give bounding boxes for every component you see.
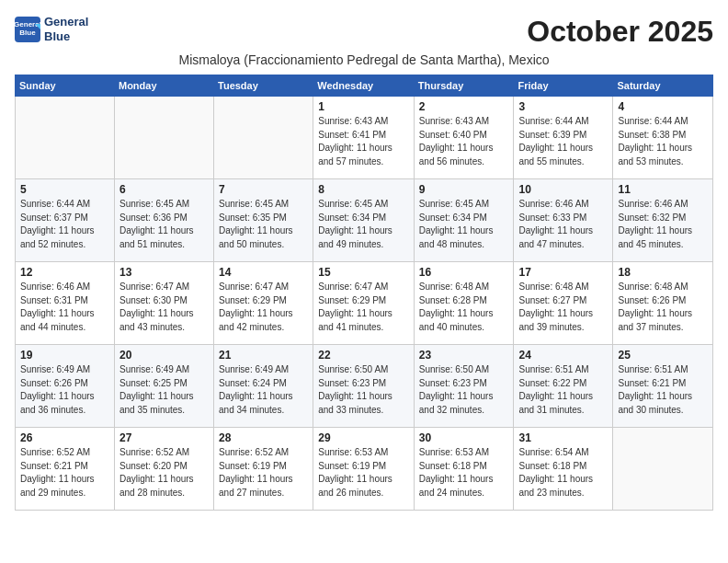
calendar-cell: 10Sunrise: 6:46 AM Sunset: 6:33 PM Dayli… xyxy=(514,179,613,262)
calendar-cell: 25Sunrise: 6:51 AM Sunset: 6:21 PM Dayli… xyxy=(613,345,713,428)
day-number: 23 xyxy=(419,349,509,362)
day-info: Sunrise: 6:51 AM Sunset: 6:21 PM Dayligh… xyxy=(618,363,708,417)
svg-text:Blue: Blue xyxy=(19,29,36,37)
calendar-cell: 16Sunrise: 6:48 AM Sunset: 6:28 PM Dayli… xyxy=(414,262,514,345)
calendar-cell: 5Sunrise: 6:44 AM Sunset: 6:37 PM Daylig… xyxy=(16,179,115,262)
weekday-header-tuesday: Tuesday xyxy=(214,75,313,97)
day-number: 27 xyxy=(119,431,209,444)
day-info: Sunrise: 6:46 AM Sunset: 6:33 PM Dayligh… xyxy=(518,198,608,251)
day-number: 29 xyxy=(318,431,409,444)
day-info: Sunrise: 6:44 AM Sunset: 6:38 PM Dayligh… xyxy=(618,115,708,168)
day-number: 3 xyxy=(518,100,608,113)
day-number: 24 xyxy=(518,349,608,362)
day-info: Sunrise: 6:47 AM Sunset: 6:29 PM Dayligh… xyxy=(219,281,308,334)
calendar-cell: 19Sunrise: 6:49 AM Sunset: 6:26 PM Dayli… xyxy=(16,345,115,428)
day-info: Sunrise: 6:50 AM Sunset: 6:23 PM Dayligh… xyxy=(419,363,509,417)
day-number: 25 xyxy=(618,349,708,362)
day-number: 20 xyxy=(119,349,209,362)
calendar-cell: 2Sunrise: 6:43 AM Sunset: 6:40 PM Daylig… xyxy=(414,97,514,179)
weekday-header-sunday: Sunday xyxy=(16,75,115,97)
calendar-cell: 31Sunrise: 6:54 AM Sunset: 6:18 PM Dayli… xyxy=(514,428,613,511)
day-info: Sunrise: 6:44 AM Sunset: 6:37 PM Dayligh… xyxy=(20,198,109,251)
day-info: Sunrise: 6:43 AM Sunset: 6:41 PM Dayligh… xyxy=(318,115,409,168)
day-info: Sunrise: 6:48 AM Sunset: 6:28 PM Dayligh… xyxy=(419,281,509,334)
day-info: Sunrise: 6:54 AM Sunset: 6:18 PM Dayligh… xyxy=(518,446,608,500)
day-info: Sunrise: 6:50 AM Sunset: 6:23 PM Dayligh… xyxy=(318,363,409,417)
day-info: Sunrise: 6:49 AM Sunset: 6:26 PM Dayligh… xyxy=(20,363,109,417)
day-number: 12 xyxy=(20,266,109,279)
day-info: Sunrise: 6:53 AM Sunset: 6:18 PM Dayligh… xyxy=(419,446,509,500)
day-info: Sunrise: 6:51 AM Sunset: 6:22 PM Dayligh… xyxy=(518,363,608,417)
day-number: 31 xyxy=(518,431,608,444)
weekday-header-saturday: Saturday xyxy=(613,75,713,97)
day-info: Sunrise: 6:49 AM Sunset: 6:25 PM Dayligh… xyxy=(119,363,209,417)
day-info: Sunrise: 6:46 AM Sunset: 6:31 PM Dayligh… xyxy=(20,281,109,334)
day-info: Sunrise: 6:43 AM Sunset: 6:40 PM Dayligh… xyxy=(419,115,509,168)
day-info: Sunrise: 6:45 AM Sunset: 6:34 PM Dayligh… xyxy=(318,198,409,251)
day-number: 16 xyxy=(419,266,509,279)
calendar-cell: 27Sunrise: 6:52 AM Sunset: 6:20 PM Dayli… xyxy=(114,428,213,511)
calendar-cell: 4Sunrise: 6:44 AM Sunset: 6:38 PM Daylig… xyxy=(613,97,713,179)
logo-icon: General Blue xyxy=(15,17,40,42)
day-info: Sunrise: 6:52 AM Sunset: 6:20 PM Dayligh… xyxy=(119,446,209,500)
weekday-header-monday: Monday xyxy=(114,75,213,97)
day-number: 13 xyxy=(119,266,209,279)
calendar-cell: 12Sunrise: 6:46 AM Sunset: 6:31 PM Dayli… xyxy=(16,262,115,345)
day-number: 8 xyxy=(318,183,409,196)
day-number: 6 xyxy=(119,183,209,196)
day-number: 14 xyxy=(219,266,308,279)
calendar-cell: 7Sunrise: 6:45 AM Sunset: 6:35 PM Daylig… xyxy=(214,179,313,262)
logo-text-line2: Blue xyxy=(44,29,88,44)
calendar-cell: 1Sunrise: 6:43 AM Sunset: 6:41 PM Daylig… xyxy=(313,97,415,179)
weekday-header-friday: Friday xyxy=(514,75,613,97)
calendar-cell: 18Sunrise: 6:48 AM Sunset: 6:26 PM Dayli… xyxy=(613,262,713,345)
day-info: Sunrise: 6:44 AM Sunset: 6:39 PM Dayligh… xyxy=(518,115,608,168)
day-number: 26 xyxy=(20,431,109,444)
month-title: October 2025 xyxy=(527,15,713,49)
calendar-table: SundayMondayTuesdayWednesdayThursdayFrid… xyxy=(15,75,713,511)
day-info: Sunrise: 6:46 AM Sunset: 6:32 PM Dayligh… xyxy=(618,198,708,251)
day-info: Sunrise: 6:45 AM Sunset: 6:34 PM Dayligh… xyxy=(419,198,509,251)
calendar-cell: 17Sunrise: 6:48 AM Sunset: 6:27 PM Dayli… xyxy=(514,262,613,345)
weekday-header-wednesday: Wednesday xyxy=(313,75,415,97)
calendar-cell xyxy=(613,428,713,511)
day-number: 1 xyxy=(318,100,409,113)
calendar-cell: 26Sunrise: 6:52 AM Sunset: 6:21 PM Dayli… xyxy=(16,428,115,511)
day-number: 19 xyxy=(20,349,109,362)
weekday-header-thursday: Thursday xyxy=(414,75,514,97)
day-number: 11 xyxy=(618,183,708,196)
day-info: Sunrise: 6:47 AM Sunset: 6:30 PM Dayligh… xyxy=(119,281,209,334)
calendar-cell: 22Sunrise: 6:50 AM Sunset: 6:23 PM Dayli… xyxy=(313,345,415,428)
day-info: Sunrise: 6:49 AM Sunset: 6:24 PM Dayligh… xyxy=(219,363,308,417)
day-number: 17 xyxy=(518,266,608,279)
day-number: 18 xyxy=(618,266,708,279)
logo-text-line1: General xyxy=(44,15,88,29)
day-info: Sunrise: 6:45 AM Sunset: 6:36 PM Dayligh… xyxy=(119,198,209,251)
calendar-cell: 28Sunrise: 6:52 AM Sunset: 6:19 PM Dayli… xyxy=(214,428,313,511)
calendar-cell xyxy=(214,97,313,179)
day-info: Sunrise: 6:48 AM Sunset: 6:27 PM Dayligh… xyxy=(518,281,608,334)
calendar-cell: 29Sunrise: 6:53 AM Sunset: 6:19 PM Dayli… xyxy=(313,428,415,511)
day-info: Sunrise: 6:45 AM Sunset: 6:35 PM Dayligh… xyxy=(219,198,308,251)
calendar-cell: 20Sunrise: 6:49 AM Sunset: 6:25 PM Dayli… xyxy=(114,345,213,428)
logo: General Blue General Blue xyxy=(15,15,88,43)
calendar-cell: 13Sunrise: 6:47 AM Sunset: 6:30 PM Dayli… xyxy=(114,262,213,345)
calendar-cell xyxy=(114,97,213,179)
calendar-cell: 21Sunrise: 6:49 AM Sunset: 6:24 PM Dayli… xyxy=(214,345,313,428)
calendar-cell: 8Sunrise: 6:45 AM Sunset: 6:34 PM Daylig… xyxy=(313,179,415,262)
day-number: 7 xyxy=(219,183,308,196)
day-number: 4 xyxy=(618,100,708,113)
day-number: 2 xyxy=(419,100,509,113)
day-number: 10 xyxy=(518,183,608,196)
day-info: Sunrise: 6:53 AM Sunset: 6:19 PM Dayligh… xyxy=(318,446,409,500)
day-number: 28 xyxy=(219,431,308,444)
day-number: 30 xyxy=(419,431,509,444)
day-number: 15 xyxy=(318,266,409,279)
calendar-cell: 24Sunrise: 6:51 AM Sunset: 6:22 PM Dayli… xyxy=(514,345,613,428)
calendar-cell: 11Sunrise: 6:46 AM Sunset: 6:32 PM Dayli… xyxy=(613,179,713,262)
day-number: 5 xyxy=(20,183,109,196)
calendar-cell: 9Sunrise: 6:45 AM Sunset: 6:34 PM Daylig… xyxy=(414,179,514,262)
day-info: Sunrise: 6:52 AM Sunset: 6:21 PM Dayligh… xyxy=(20,446,109,500)
day-number: 21 xyxy=(219,349,308,362)
day-info: Sunrise: 6:47 AM Sunset: 6:29 PM Dayligh… xyxy=(318,281,409,334)
